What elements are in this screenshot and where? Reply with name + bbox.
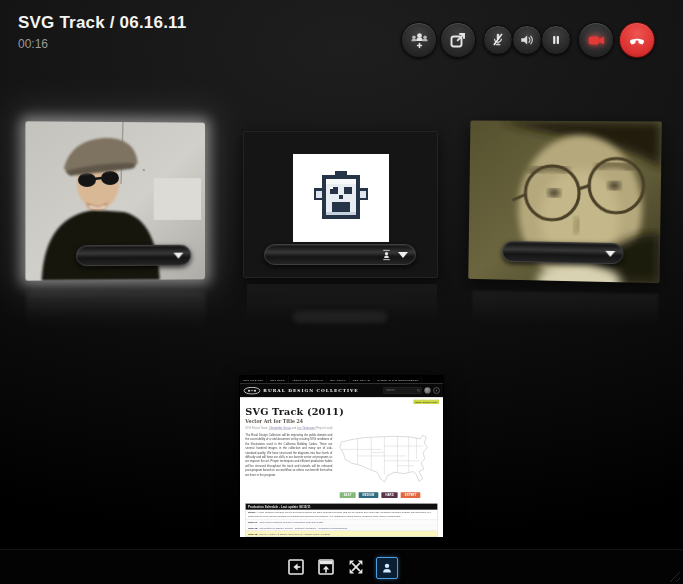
byline-suffix: (Project Lead) [316,427,333,430]
chevron-down-icon [174,252,184,258]
add-participants-icon [409,30,430,51]
difficulty-hard-button[interactable]: HARD [381,492,397,498]
production-schedule-table: Production Schedule - Last update 06/15/… [245,503,437,537]
add-participants-button[interactable] [401,22,437,58]
shared-screen-panel[interactable]: RDC SITE RSS RDC BLOG ABOUT THE PROGRAM … [240,376,443,537]
schedule-note: NOTE: A more detailed schedule will be d… [246,510,438,520]
speaker-button[interactable] [512,25,542,55]
edit-page-button[interactable]: EDIT THIS PAGE [413,400,439,404]
difficulty-easy-button[interactable]: EASY [340,492,356,498]
row-text: Introduction to TBLCK Project - Software… [260,527,348,530]
nav-item[interactable]: WHERE IS THE BOOKMOBILE? [374,376,423,383]
pause-icon [548,32,564,48]
byline-link[interactable]: Christopher Garcia [269,427,291,430]
difficulty-buttons: EASY MEDIUM HARD EXPERT [338,492,438,498]
call-timer: 00:16 [18,37,48,51]
nav-item[interactable]: RDC CC LAB [349,376,373,383]
note-text: A more detailed schedule will be develop… [248,511,431,518]
video-tile-participant-1[interactable] [25,121,205,280]
difficulty-medium-button[interactable]: MEDIUM [359,492,379,498]
rdc-logo [243,387,260,395]
byline-and: and [292,427,296,430]
chevron-down-icon [605,250,615,256]
participant-3-options-dropdown[interactable] [502,241,624,264]
screen-share-button[interactable] [440,22,476,58]
row-date: June 08 [248,527,257,530]
row-text: RSVP / Vector Art Basics (Overview of Av… [260,532,331,535]
expand-fullscreen-button[interactable] [346,557,366,577]
search-icon [417,389,420,392]
article-body: EDIT THIS PAGE SVG Track (2011) Vector A… [240,397,443,537]
article-paragraph: The Rural Design Collective will be impr… [245,433,332,498]
screen-share-icon [448,30,468,50]
row-date: June 01 [248,521,257,524]
site-brand: RURAL DESIGN COLLECTIVE [263,388,358,393]
login-icon[interactable]: › [433,387,439,393]
difficulty-expert-button[interactable]: EXPERT [401,492,421,498]
hang-up-icon [626,29,648,51]
hang-up-button[interactable] [619,22,655,58]
microphone-muted-icon [489,31,507,49]
video-tile-participant-2[interactable] [243,131,438,278]
site-search[interactable] [384,387,422,393]
tile2-reflection [247,284,437,332]
chevron-down-icon [398,252,408,258]
camera-toggle-button[interactable] [578,22,614,58]
tile1-reflection [26,292,206,338]
call-title: SVG Track / 06.16.11 [18,13,186,33]
participant-2-options-dropdown[interactable] [264,244,416,265]
mute-button[interactable] [483,25,513,55]
us-map-line-art [338,433,438,487]
row-text: Open RDC Planning Session (Production Sc… [260,521,324,524]
site-nav: RDC SITE RSS RDC BLOG ABOUT THE PROGRAM … [240,376,443,384]
video-tile-participant-3[interactable] [468,120,661,283]
globe-icon[interactable] [424,387,430,393]
search-input[interactable] [385,389,416,393]
site-header: RURAL DESIGN COLLECTIVE › [240,384,443,398]
row-date: June 15 [248,532,257,535]
nav-item[interactable]: ABOUT THE PROGRAM [289,376,327,383]
article-byline: SVG Project Team: Christopher Garcia and… [245,427,437,430]
bottom-toolbar [0,549,683,584]
shared-webpage: RDC SITE RSS RDC BLOG ABOUT THE PROGRAM … [240,376,443,537]
back-window-icon [287,558,305,576]
participant-audio-icon [380,248,393,262]
participant-2-avatar-card [293,154,389,242]
nav-item[interactable]: RDC BLOG [267,376,289,383]
tile2-pill-reflection [293,311,387,323]
participants-view-icon [379,560,395,576]
byline-link[interactable]: Lee Thomason [297,427,315,430]
robot-avatar-icon [310,169,372,227]
participants-view-button[interactable] [376,557,398,579]
nav-item[interactable]: RDC SITE RSS [240,376,267,383]
speaker-icon [518,31,536,49]
back-window-button[interactable] [286,557,306,577]
camera-on-icon [586,30,607,51]
hold-button[interactable] [541,25,571,55]
expand-fullscreen-icon [347,558,365,576]
article-subtitle: Vector Art for Title 24 [245,419,437,424]
present-window-button[interactable] [316,557,336,577]
tile3-reflection [472,290,659,337]
nav-item[interactable]: BUY STUFF [327,376,350,383]
article-title: SVG Track (2011) [245,406,437,417]
present-window-icon [317,558,335,576]
byline-prefix: SVG Project Team: [245,427,268,430]
participant-1-options-dropdown[interactable] [76,245,191,267]
schedule-row-highlighted: June 15 - RSVP / Vector Art Basics (Over… [246,531,438,537]
